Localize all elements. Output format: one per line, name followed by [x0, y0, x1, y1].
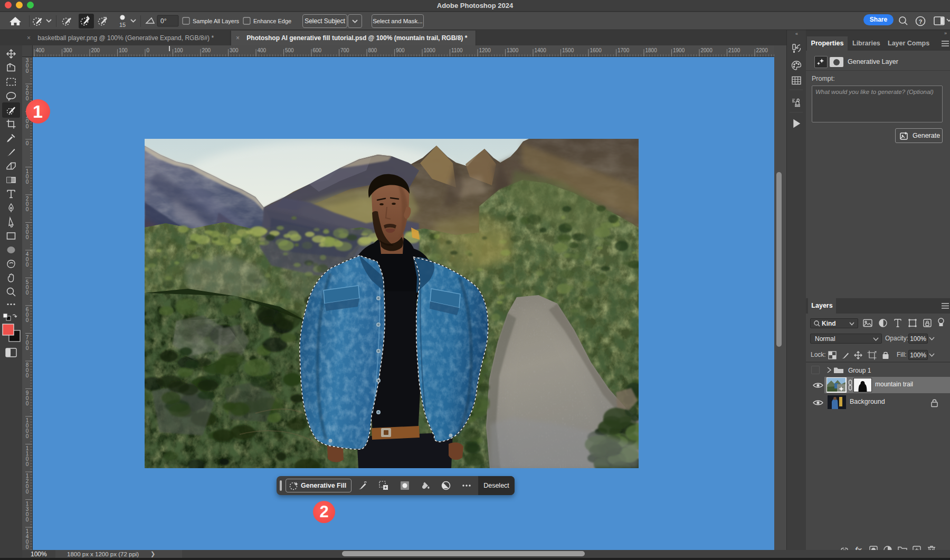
svg-text:300: 300 [26, 58, 29, 74]
svg-text:900: 900 [26, 390, 29, 406]
svg-text:2200: 2200 [756, 48, 768, 53]
svg-text:400: 400 [36, 48, 45, 53]
svg-text:0°: 0° [160, 17, 167, 25]
svg-text:200: 200 [91, 48, 100, 53]
svg-text:1500: 1500 [562, 48, 574, 53]
svg-text:400: 400 [258, 48, 267, 53]
svg-text:800: 800 [368, 48, 377, 53]
svg-text:1900: 1900 [673, 48, 685, 53]
svg-text:400: 400 [26, 251, 29, 268]
svg-text:1300: 1300 [26, 501, 29, 523]
svg-text:500: 500 [26, 279, 29, 296]
svg-text:1700: 1700 [618, 48, 630, 53]
svg-text:1400: 1400 [26, 528, 29, 550]
svg-text:1600: 1600 [590, 48, 602, 53]
svg-text:1300: 1300 [507, 48, 519, 53]
svg-text:600: 600 [26, 307, 29, 323]
svg-text:0: 0 [26, 140, 29, 146]
svg-text:100: 100 [119, 48, 128, 53]
svg-text:100: 100 [174, 48, 183, 53]
svg-text:300: 300 [63, 48, 72, 53]
svg-text:300: 300 [26, 224, 29, 240]
svg-text:700: 700 [340, 48, 349, 53]
svg-text:900: 900 [396, 48, 405, 53]
svg-text:2000: 2000 [701, 48, 713, 53]
svg-text:600: 600 [313, 48, 322, 53]
svg-text:1000: 1000 [26, 417, 29, 439]
svg-text:15: 15 [119, 22, 126, 28]
svg-text:1100: 1100 [26, 445, 29, 467]
svg-text:1400: 1400 [535, 48, 547, 53]
svg-text:100: 100 [26, 168, 29, 185]
svg-text:2100: 2100 [728, 48, 740, 53]
svg-text:500: 500 [285, 48, 294, 53]
svg-text:?: ? [919, 18, 923, 25]
svg-text:1200: 1200 [26, 473, 29, 495]
svg-text:800: 800 [26, 362, 29, 378]
svg-text:Sample All Layers: Sample All Layers [193, 18, 240, 24]
svg-text:Enhance Edge: Enhance Edge [253, 18, 291, 24]
svg-text:300: 300 [230, 48, 239, 53]
svg-text:0: 0 [147, 48, 150, 53]
svg-text:1000: 1000 [424, 48, 436, 53]
svg-text:1100: 1100 [451, 48, 463, 53]
svg-text:200: 200 [26, 85, 29, 101]
svg-text:200: 200 [26, 196, 29, 212]
svg-text:«: « [795, 31, 798, 36]
svg-text:200: 200 [202, 48, 211, 53]
svg-text:1800: 1800 [645, 48, 658, 53]
svg-text:700: 700 [26, 335, 29, 351]
svg-text:1200: 1200 [479, 48, 491, 53]
